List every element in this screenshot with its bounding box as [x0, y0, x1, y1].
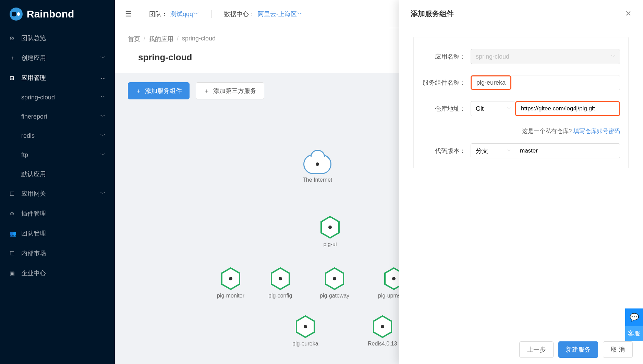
datacenter-selector[interactable]: 数据中心： 阿里云-上海区﹀	[224, 10, 303, 18]
app-name-select[interactable]: spring-cloud ﹀	[471, 49, 620, 64]
breadcrumb-current: spring-cloud	[182, 35, 216, 43]
chevron-down-icon: ﹀	[100, 94, 105, 100]
divider	[211, 10, 212, 18]
page-title: spring-cloud	[138, 52, 192, 63]
node-label: pig-ui	[320, 241, 340, 247]
chevron-down-icon: ﹀	[611, 53, 616, 60]
add-service-drawer: 添加服务组件 ✕ 应用名称： spring-cloud ﹀ 服务组件名称： pi…	[399, 0, 643, 364]
node-pig-eureka[interactable]: pig-eureka	[292, 315, 318, 347]
hexagon-icon	[295, 315, 316, 338]
chevron-down-icon: ﹀	[507, 106, 511, 112]
close-icon[interactable]: ✕	[625, 9, 631, 18]
enterprise-icon: ▣	[10, 270, 16, 277]
sidebar-item-label: 创建应用	[21, 54, 100, 62]
version-type-select[interactable]: 分支 ﹀	[471, 143, 515, 158]
node-internet[interactable]: The Internet	[303, 154, 332, 183]
hexagon-icon	[324, 267, 345, 290]
breadcrumb-apps[interactable]: 我的应用	[149, 35, 173, 43]
node-label: pig-gateway	[320, 293, 349, 299]
prev-button[interactable]: 上一步	[519, 341, 554, 358]
chat-button[interactable]: 💬	[625, 308, 643, 326]
sidebar-item-enterprise[interactable]: ▣ 企业中心	[0, 263, 115, 283]
hexagon-icon	[372, 315, 393, 338]
sidebar-item-label: 插件管理	[21, 209, 105, 218]
submenu-finereport[interactable]: finereport ﹀	[0, 107, 115, 126]
collapse-sidebar-button[interactable]: ☰	[125, 10, 132, 19]
button-label: 添加第三方服务	[213, 87, 256, 95]
sidebar-item-label: 应用网关	[21, 190, 100, 198]
apps-icon: ⊞	[10, 75, 16, 81]
breadcrumb-home[interactable]: 首页	[128, 35, 140, 43]
node-label: The Internet	[303, 177, 332, 183]
repo-url-value: https://gitee.com/log4j/pig.git	[521, 105, 595, 112]
repo-url-input[interactable]: https://gitee.com/log4j/pig.git	[515, 101, 620, 116]
dc-value: 阿里云-上海区﹀	[258, 10, 303, 18]
create-button[interactable]: 新建服务	[558, 341, 598, 358]
gateway-icon: ☐	[10, 191, 16, 197]
version-type-value: 分支	[476, 147, 488, 155]
sidebar-item-label: 应用管理	[21, 74, 100, 82]
sidebar-item-gateway[interactable]: ☐ 应用网关 ﹀	[0, 184, 115, 204]
repo-type-select[interactable]: Git ﹀	[471, 101, 515, 116]
chevron-down-icon: ﹀	[100, 152, 105, 158]
team-selector[interactable]: 团队： 测试qqq﹀	[149, 10, 199, 18]
brand-text: Rainbond	[27, 8, 74, 20]
submenu-label: 默认应用	[21, 170, 46, 178]
support-widget: 💬 客服	[625, 308, 643, 341]
chevron-up-icon: ︿	[100, 75, 105, 81]
repo-type-value: Git	[476, 105, 484, 112]
drawer-title: 添加服务组件	[411, 9, 454, 19]
submenu-redis[interactable]: redis ﹀	[0, 126, 115, 145]
sidebar-item-label: 内部市场	[21, 249, 105, 257]
dc-label: 数据中心：	[224, 10, 255, 18]
version-input[interactable]: master	[515, 143, 620, 158]
submenu-label: ftp	[21, 151, 28, 159]
add-service-button[interactable]: ＋ 添加服务组件	[128, 82, 190, 99]
sidebar-item-overview[interactable]: ⊘ 团队总览	[0, 28, 115, 48]
submenu-label: spring-cloud	[21, 94, 55, 101]
submenu-spring-cloud[interactable]: spring-cloud ﹀	[0, 88, 115, 107]
plus-icon: ＋	[204, 87, 210, 95]
svg-point-18	[377, 311, 379, 313]
sidebar-item-app-manage[interactable]: ⊞ 应用管理 ︿	[0, 68, 115, 88]
sidebar-item-market[interactable]: ☐ 内部市场	[0, 243, 115, 263]
service-name-highlight: pig-eureka	[471, 75, 511, 90]
hexagon-icon	[320, 216, 340, 239]
node-pig-config[interactable]: pig-config	[268, 267, 292, 299]
sidebar-item-label: 企业中心	[21, 269, 105, 277]
chat-icon: 💬	[630, 313, 639, 322]
node-redis[interactable]: Redis4.0.13	[368, 315, 397, 347]
market-icon: ☐	[10, 250, 16, 257]
submenu-label: redis	[21, 132, 35, 139]
sidebar-item-label: 团队总览	[21, 34, 105, 42]
submenu-default[interactable]: 默认应用	[0, 165, 115, 184]
sidebar-item-plugin[interactable]: ⚙ 插件管理	[0, 204, 115, 223]
sidebar-item-create-app[interactable]: ＋ 创建应用 ﹀	[0, 48, 115, 68]
team-label: 团队：	[149, 10, 168, 18]
submenu-ftp[interactable]: ftp ﹀	[0, 145, 115, 165]
chevron-down-icon: ﹀	[100, 133, 105, 139]
node-pig-ui[interactable]: pig-ui	[320, 216, 340, 247]
brand-logo[interactable]: Rainbond	[0, 0, 115, 28]
node-pig-monitor[interactable]: pig-monitor	[217, 267, 244, 299]
breadcrumb-sep: /	[177, 35, 179, 43]
hexagon-icon	[270, 267, 291, 290]
sidebar-item-team[interactable]: 👥 团队管理	[0, 223, 115, 243]
add-thirdparty-button[interactable]: ＋ 添加第三方服务	[196, 82, 264, 99]
support-label[interactable]: 客服	[625, 326, 643, 341]
private-repo-hint: 这是一个私有仓库? 填写仓库账号密码	[422, 127, 620, 135]
node-label: pig-monitor	[217, 293, 244, 299]
cloud-icon	[303, 154, 331, 174]
service-name-input[interactable]: pig-eureka	[471, 75, 620, 90]
team-value: 测试qqq﹀	[170, 10, 199, 18]
node-pig-gateway[interactable]: pig-gateway	[320, 267, 349, 299]
cancel-button[interactable]: 取 消	[603, 341, 633, 358]
app-name-value: spring-cloud	[476, 53, 509, 60]
svg-line-1	[227, 173, 317, 278]
version-label: 代码版本：	[422, 147, 466, 155]
credentials-link[interactable]: 填写仓库账号密码	[573, 128, 620, 134]
svg-point-17	[301, 311, 304, 313]
plugin-icon: ⚙	[10, 210, 16, 217]
dashboard-icon: ⊘	[10, 35, 16, 41]
version-value: master	[520, 147, 538, 154]
